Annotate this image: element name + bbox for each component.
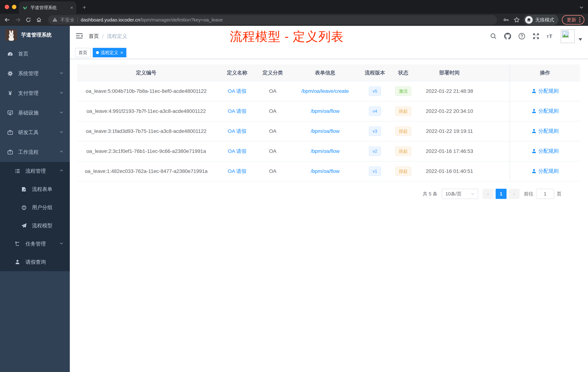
column-actions: 操作 [510, 65, 580, 81]
sidebar-item-workflow[interactable]: 工作流程 [0, 142, 70, 162]
help-icon[interactable] [518, 33, 525, 40]
github-icon[interactable] [504, 33, 511, 40]
tab-close-icon[interactable]: × [70, 5, 73, 10]
font-size-icon[interactable]: TT [546, 33, 554, 40]
sidebar-item-home[interactable]: 首页 [0, 44, 70, 64]
user-icon [531, 169, 536, 174]
sidebar-item-label: 任务管理 [25, 241, 46, 247]
incognito-badge[interactable]: 无痕模式 [524, 15, 558, 25]
page-size-select[interactable]: 10条/页 [442, 189, 478, 199]
goto-label: 前往 [524, 191, 534, 197]
column-definition-name: 定义名称 [215, 65, 259, 81]
page-size-value: 10条/页 [445, 191, 462, 197]
form-info-link[interactable]: /bpm/oa/leave/create [301, 88, 349, 94]
form-info-link[interactable]: /bpm/oa/flow [311, 128, 340, 134]
home-icon[interactable] [35, 16, 42, 23]
sidebar-item-process-form[interactable]: 流程表单 [0, 180, 70, 198]
bookmark-star-icon[interactable] [513, 16, 520, 23]
assign-rule-button[interactable]: 分配规则 [531, 168, 559, 175]
dashboard-icon [7, 51, 13, 57]
fullscreen-icon[interactable] [532, 33, 540, 40]
breadcrumb-separator: / [102, 33, 104, 39]
table-row: oa_leave:1:482ec033-762a-11ec-8477-a2380… [77, 161, 580, 181]
sidebar-item-infrastructure[interactable]: 基础设施 [0, 103, 70, 123]
chevron-down-icon [59, 110, 64, 116]
tag-close-icon[interactable]: × [120, 50, 123, 55]
reload-icon[interactable] [25, 16, 32, 23]
sidebar-item-process-management[interactable]: 流程管理 [0, 162, 70, 180]
definition-name-link[interactable]: OA 请假 [228, 168, 247, 174]
sidebar-item-system[interactable]: 系统管理 [0, 64, 70, 83]
assign-rule-button[interactable]: 分配规则 [531, 108, 559, 114]
url-bar[interactable]: 不安全 dashboard.yudao.iocoder.cn/bpm/manag… [48, 15, 497, 25]
tab-search-icon[interactable] [579, 4, 584, 11]
logo-avatar [5, 29, 17, 41]
goto-page-input[interactable] [536, 189, 554, 199]
sidebar-item-user-group[interactable]: 用户分组 [0, 198, 70, 217]
sidebar-item-label: 用户分组 [32, 204, 52, 211]
sidebar-item-payment[interactable]: ¥ 支付管理 [0, 83, 70, 103]
sidebar-item-label: 工作流程 [18, 149, 39, 156]
definition-category: OA [259, 81, 286, 101]
definition-name-link[interactable]: OA 请假 [228, 88, 247, 94]
assign-rule-button[interactable]: 分配规则 [531, 148, 559, 154]
definition-name-link[interactable]: OA 请假 [228, 108, 247, 114]
prev-page-button[interactable]: ‹ [483, 189, 494, 199]
breadcrumb-home[interactable]: 首页 [89, 33, 99, 40]
url-divider [77, 17, 78, 22]
pager: ‹ 1 › [483, 189, 520, 199]
back-icon[interactable] [4, 16, 11, 23]
sidebar-item-dev-tools[interactable]: 研发工具 [0, 123, 70, 142]
definition-category: OA [259, 101, 286, 121]
tags-view: 首页 流程定义 × [70, 47, 588, 59]
sidebar-toggle-icon[interactable] [76, 33, 83, 40]
status-badge: 激活 [395, 87, 411, 96]
definition-name-link[interactable]: OA 请假 [228, 148, 247, 154]
definition-id: oa_leave:1:482ec033-762a-11ec-8477-a2380… [77, 161, 215, 181]
assign-rule-button[interactable]: 分配规则 [531, 128, 559, 134]
browser-toolbar: 不安全 dashboard.yudao.iocoder.cn/bpm/manag… [0, 14, 588, 26]
security-label[interactable]: 不安全 [60, 17, 74, 23]
next-page-button[interactable]: › [509, 189, 520, 199]
url-text[interactable]: dashboard.yudao.iocoder.cn/bpm/manager/d… [81, 17, 223, 23]
sidebar-item-label: 系统管理 [18, 70, 39, 77]
definition-name-link[interactable]: OA 请假 [228, 128, 247, 134]
tag-process-definition[interactable]: 流程定义 × [93, 48, 126, 57]
assign-rule-button[interactable]: 分配规则 [531, 88, 559, 94]
deploy-time: 2022-01-16 01:40:51 [420, 161, 479, 181]
definition-id: oa_leave:3:1fad3d93-7b75-11ec-a3c8-acde4… [77, 121, 215, 141]
security-warning-icon[interactable] [52, 17, 57, 23]
column-form-info: 表单信息 [286, 65, 364, 81]
column-status: 状态 [386, 65, 420, 81]
window-close-button[interactable] [5, 5, 9, 9]
column-spacer [479, 65, 510, 81]
search-icon[interactable] [490, 33, 497, 40]
version-badge: v5 [369, 87, 381, 96]
browser-tab[interactable]: 芋道管理系统 × [19, 1, 76, 14]
active-dot [96, 51, 99, 54]
form-info-link[interactable]: /bpm/oa/flow [311, 108, 340, 114]
version-badge: v4 [369, 107, 381, 116]
forward-icon[interactable] [14, 16, 21, 23]
sidebar-item-label: 基础设施 [18, 109, 39, 116]
sidebar-item-leave-query[interactable]: 请假查询 [0, 253, 70, 271]
status-badge: 挂起 [395, 146, 411, 156]
page-content: 定义编号 定义名称 定义分类 表单信息 流程版本 状态 部署时间 操作 [70, 59, 588, 372]
sidebar-item-task-management[interactable]: 任务管理 [0, 235, 70, 253]
new-tab-button[interactable]: + [80, 3, 89, 12]
page-1-button[interactable]: 1 [496, 189, 506, 199]
workflow-submenu: 流程管理 流程表单 用户分组 [0, 162, 70, 271]
form-info-link[interactable]: /bpm/oa/flow [311, 168, 340, 174]
column-process-version: 流程版本 [364, 65, 386, 81]
window-minimize-button[interactable] [12, 5, 16, 9]
password-key-icon[interactable] [503, 16, 510, 23]
form-info-link[interactable]: /bpm/oa/flow [311, 148, 340, 154]
tag-home[interactable]: 首页 [75, 48, 91, 57]
caret-down-icon[interactable] [578, 35, 582, 42]
url-path: /bpm/manager/definition?key=oa_leave [140, 17, 223, 22]
browser-update-button[interactable]: 更新 [562, 15, 584, 25]
tag-label: 流程定义 [101, 50, 118, 55]
sidebar-item-label: 流程管理 [25, 168, 46, 175]
avatar[interactable] [561, 29, 575, 43]
sidebar-item-process-model[interactable]: 流程模型 [0, 217, 70, 235]
